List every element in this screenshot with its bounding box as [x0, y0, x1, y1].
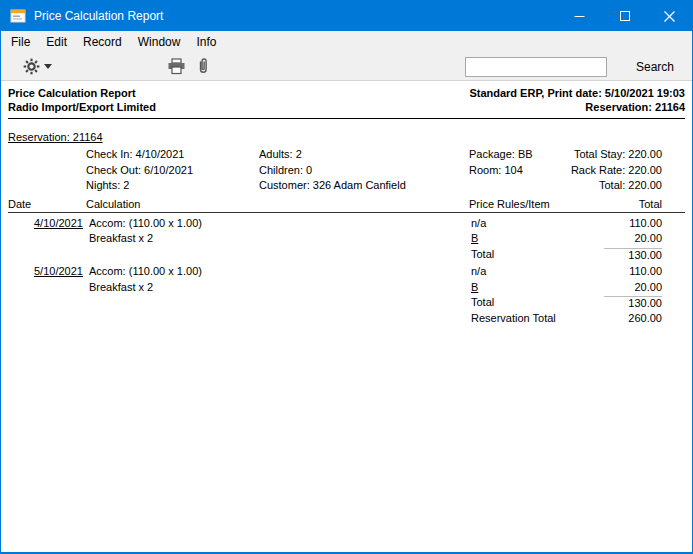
search-input[interactable]: [465, 57, 607, 77]
reservation-details: Check In: 4/10/2021 Adults: 2 Package: B…: [1, 147, 692, 194]
check-in: Check In: 4/10/2021: [86, 148, 184, 160]
detail-row: Nights: 2 Customer: 326 Adam Canfield To…: [1, 178, 692, 194]
table-row: Breakfast x 2 B 20.00: [1, 231, 692, 247]
calculation-cell: Breakfast x 2: [89, 232, 153, 244]
detail-row: Check Out: 6/10/2021 Children: 0 Room: 1…: [1, 163, 692, 179]
close-icon: [664, 11, 675, 22]
reservation-number: Reservation: 21164: [585, 100, 685, 114]
calculation-cell: Accom: (110.00 x 1.00): [89, 217, 202, 229]
price-rule-cell: n/a: [471, 217, 486, 229]
total-label: Total: [471, 296, 494, 308]
table-row: Breakfast x 2 B 20.00: [1, 280, 692, 296]
reservation-total-amount: 260.00: [604, 312, 662, 324]
date-link[interactable]: 5/10/2021: [34, 265, 83, 277]
amount-cell: 20.00: [604, 281, 662, 293]
table-row: Total 130.00: [1, 295, 692, 311]
calculation-cell: Accom: (110.00 x 1.00): [89, 265, 202, 277]
table-row: Total 130.00: [1, 247, 692, 263]
rack-rate: Rack Rate: 220.00: [571, 164, 662, 176]
amount-cell: 20.00: [604, 232, 662, 244]
titlebar: Price Calculation Report: [1, 1, 692, 31]
app-icon: [10, 8, 26, 24]
maximize-icon: [620, 11, 630, 21]
col-header-price-rules: Price Rules/Item: [469, 198, 550, 210]
amount-cell: 110.00: [604, 265, 662, 277]
package: Package: BB: [469, 148, 533, 160]
table-body: 4/10/2021 Accom: (110.00 x 1.00) n/a 110…: [1, 216, 692, 327]
minimize-button[interactable]: [557, 1, 602, 31]
detail-row: Check In: 4/10/2021 Adults: 2 Package: B…: [1, 147, 692, 163]
paperclip-icon: [197, 57, 209, 76]
printer-icon: [167, 58, 186, 75]
menu-file[interactable]: File: [3, 31, 38, 53]
adults: Adults: 2: [259, 148, 302, 160]
amount-cell: 110.00: [604, 217, 662, 229]
table-header-divider: [8, 212, 685, 213]
children: Children: 0: [259, 164, 312, 176]
print-button[interactable]: [167, 53, 186, 80]
calculation-cell: Breakfast x 2: [89, 281, 153, 293]
reservation-link[interactable]: Reservation: 21164: [8, 131, 103, 144]
table-row: Reservation Total 260.00: [1, 311, 692, 327]
minimize-icon: [574, 11, 585, 22]
gear-icon: [23, 58, 40, 75]
table-header-row: Date Calculation Price Rules/Item Total: [1, 198, 692, 211]
total-amount: 130.00: [604, 296, 662, 309]
print-info: Standard ERP, Print date: 5/10/2021 19:0…: [469, 86, 685, 100]
menu-info[interactable]: Info: [188, 31, 224, 53]
price-rule-link[interactable]: B: [471, 281, 478, 293]
operations-menu-button[interactable]: [23, 53, 52, 80]
menu-record[interactable]: Record: [75, 31, 130, 53]
total-label: Total: [471, 248, 494, 260]
search-button[interactable]: Search: [636, 60, 674, 74]
nights: Nights: 2: [86, 179, 129, 191]
stay-total: Total: 220.00: [599, 179, 662, 191]
menu-bar: File Edit Record Window Info: [1, 31, 692, 53]
window-title: Price Calculation Report: [34, 9, 163, 23]
toolbar: Search: [1, 53, 692, 81]
window-controls: [557, 1, 692, 31]
col-header-calculation: Calculation: [86, 198, 140, 210]
close-button[interactable]: [647, 1, 692, 31]
report-title: Price Calculation Report: [8, 86, 136, 100]
total-stay: Total Stay: 220.00: [574, 148, 662, 160]
table-row: 4/10/2021 Accom: (110.00 x 1.00) n/a 110…: [1, 216, 692, 232]
check-out: Check Out: 6/10/2021: [86, 164, 193, 176]
attachments-button[interactable]: [197, 53, 209, 80]
col-header-date: Date: [8, 198, 31, 210]
report-page-header: Price Calculation Report Standard ERP, P…: [1, 81, 692, 114]
menu-edit[interactable]: Edit: [38, 31, 75, 53]
room: Room: 104: [469, 164, 523, 176]
maximize-button[interactable]: [602, 1, 647, 31]
total-amount: 130.00: [604, 248, 662, 261]
price-rule-cell: n/a: [471, 265, 486, 277]
reservation-total-label: Reservation Total: [471, 312, 556, 324]
price-rule-link[interactable]: B: [471, 232, 478, 244]
chevron-down-icon: [44, 64, 52, 69]
table-row: 5/10/2021 Accom: (110.00 x 1.00) n/a 110…: [1, 264, 692, 280]
company-name: Radio Import/Export Limited: [8, 100, 156, 114]
report-area: Price Calculation Report Standard ERP, P…: [1, 81, 692, 552]
col-header-total: Total: [639, 198, 662, 210]
app-window: Price Calculation Report File Edit Recor…: [0, 0, 693, 554]
date-link[interactable]: 4/10/2021: [34, 217, 83, 229]
header-divider: [8, 118, 685, 119]
menu-window[interactable]: Window: [130, 31, 189, 53]
customer: Customer: 326 Adam Canfield: [259, 179, 406, 191]
